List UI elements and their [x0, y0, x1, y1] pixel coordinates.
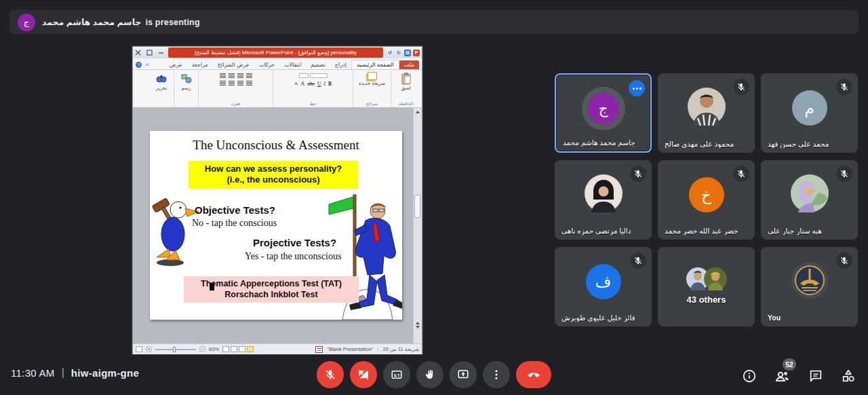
font-size-box[interactable]	[299, 73, 309, 78]
zoom-slider[interactable]	[155, 349, 196, 350]
minimize-ribbon-icon[interactable]	[144, 62, 150, 68]
numbering-icon[interactable]	[237, 73, 243, 78]
participant-tile-mahmoud[interactable]: محمود علي مهدي صالح	[658, 73, 755, 153]
pink-line-2: Rorschach Inkblot Test	[184, 289, 359, 300]
slide-nav-buttons[interactable]	[414, 322, 420, 339]
present-screen-button[interactable]	[450, 361, 477, 388]
paste-label[interactable]: لصق	[401, 86, 410, 91]
spellcheck-icon[interactable]	[315, 346, 323, 353]
meeting-panels: 52	[742, 368, 856, 384]
underline-button[interactable]: U	[317, 81, 321, 87]
draw-shapes-icon[interactable]	[181, 73, 192, 85]
participant-tile-khudher[interactable]: خ خضر عبد الله خضر محمد	[658, 160, 755, 240]
bold-button[interactable]: B	[328, 81, 332, 87]
slideshow-view-icon[interactable]	[247, 346, 254, 352]
align-center-icon[interactable]	[237, 81, 243, 86]
meet-bottom-bar: 11:30 AM | hiw-aigm-gne 52	[0, 354, 868, 395]
captions-button[interactable]	[383, 361, 410, 388]
participant-name: داليا مرتضى حمزه ناهي	[561, 227, 631, 235]
bullets-icon[interactable]	[246, 73, 252, 78]
mic-off-icon	[630, 252, 646, 269]
align-right-icon[interactable]	[246, 81, 252, 86]
tile-options-button[interactable]	[629, 80, 645, 96]
participant-tile-hiba[interactable]: هبه ستار جبار علي	[761, 160, 858, 240]
mic-off-icon	[836, 252, 852, 269]
participant-tile-mohammed[interactable]: م محمد علي حسن فهد	[761, 73, 858, 153]
new-slide-icon[interactable]	[368, 72, 377, 80]
maximize-icon[interactable]	[146, 50, 153, 56]
theme-name: "Blank Presentation"	[327, 346, 373, 352]
participant-tile-faiz[interactable]: ف فائز خليل عليوي طويرش	[555, 247, 652, 326]
paragraph-group-label: فقرة	[199, 101, 273, 107]
slide: The Unconscious & Assessment How can we …	[150, 131, 402, 320]
minimize-icon[interactable]	[158, 50, 164, 56]
slides-group: شريحة جديدة شرائح	[353, 71, 391, 107]
reading-view-icon[interactable]	[239, 346, 245, 352]
find-binoculars-icon[interactable]	[156, 73, 167, 85]
justify-icon[interactable]	[220, 81, 226, 86]
camera-toggle-button[interactable]	[350, 361, 377, 388]
normal-view-icon[interactable]	[222, 346, 229, 352]
editing-group: تحرير	[149, 71, 174, 107]
participant-tile-dalia[interactable]: داليا مرتضى حمزه ناهي	[555, 160, 652, 240]
sorter-view-icon[interactable]	[231, 346, 237, 352]
mic-off-icon	[630, 166, 646, 182]
participant-tile-jasim[interactable]: ج جاسم محمد هاشم محمد	[555, 73, 652, 153]
objective-question: Objective Tests?	[195, 204, 275, 216]
ppt-ribbon-tabs: ملف الصفحة الرئيسية إدراج تصميم انتقالات…	[133, 58, 422, 70]
meeting-details-button[interactable]	[742, 369, 757, 383]
tab-design[interactable]: تصميم	[306, 60, 330, 69]
line-spacing-icon[interactable]	[220, 73, 226, 78]
participant-tile-others[interactable]: 43 others	[658, 247, 755, 326]
zoom-out-icon[interactable]: −	[199, 346, 205, 352]
ppt-scrollbar[interactable]	[413, 108, 422, 343]
close-icon[interactable]	[135, 50, 141, 56]
participant-tile-you[interactable]: You	[761, 247, 858, 326]
strikethrough-button[interactable]: abc	[307, 81, 315, 87]
tab-home[interactable]: الصفحة الرئيسية	[351, 60, 399, 69]
paste-icon[interactable]	[401, 73, 412, 85]
edit-label[interactable]: تحرير	[156, 86, 167, 91]
scroll-thumb[interactable]	[414, 195, 420, 218]
shrink-font-button[interactable]: A	[294, 81, 298, 86]
save-icon[interactable]: ▤	[404, 50, 411, 56]
view-switcher	[222, 346, 254, 352]
end-call-button[interactable]	[516, 361, 551, 388]
fit-window-icon[interactable]	[136, 346, 142, 352]
tab-transitions[interactable]: انتقالات	[279, 60, 306, 69]
avatar: ج	[588, 93, 619, 124]
people-panel-button[interactable]: 52	[774, 368, 791, 384]
participant-name: جاسم محمد هاشم محمد	[563, 138, 635, 147]
tab-insert[interactable]: إدراج	[330, 60, 351, 69]
activities-button[interactable]	[841, 369, 856, 383]
tab-slideshow[interactable]: عرض الشرائح	[213, 60, 254, 69]
presenter-name: جاسم محمد هاشم محمد	[42, 18, 141, 27]
new-slide-label[interactable]: شريحة جديدة	[359, 81, 385, 86]
logo-avatar	[791, 262, 828, 299]
presenting-label: is presenting	[145, 18, 199, 27]
indent-icon[interactable]	[229, 73, 235, 78]
ppt-status-bar: + − 60% "Blank Presentation" | شريحة 11 …	[133, 343, 422, 354]
chat-panel-button[interactable]	[808, 369, 823, 383]
presenter-avatar-letter: ج	[24, 17, 29, 27]
tab-animations[interactable]: حركات	[254, 60, 279, 69]
tab-view[interactable]: عرض	[165, 60, 187, 69]
undo-icon[interactable]: ↺	[387, 50, 393, 56]
clock: 11:30 AM	[11, 367, 55, 379]
participants-grid: ج جاسم محمد هاشم محمد محمود علي مهدي صال…	[555, 73, 858, 326]
raise-hand-button[interactable]	[416, 361, 443, 388]
grow-font-button[interactable]: A	[300, 80, 306, 87]
align-left-icon[interactable]	[229, 81, 235, 86]
redo-icon[interactable]: ↻	[395, 50, 402, 56]
zoom-in-icon[interactable]: +	[146, 346, 152, 352]
tab-review[interactable]: مراجعة	[187, 60, 213, 69]
italic-button[interactable]: I	[323, 81, 326, 87]
help-icon[interactable]: ?	[136, 62, 142, 68]
font-name-box[interactable]	[310, 73, 328, 78]
mic-toggle-button[interactable]	[317, 361, 344, 388]
mic-off-icon	[836, 166, 852, 182]
tab-file[interactable]: ملف	[399, 60, 419, 69]
draw-label[interactable]: رسم	[182, 86, 191, 91]
more-options-button[interactable]	[483, 361, 510, 388]
scroll-up-icon[interactable]	[416, 111, 420, 113]
